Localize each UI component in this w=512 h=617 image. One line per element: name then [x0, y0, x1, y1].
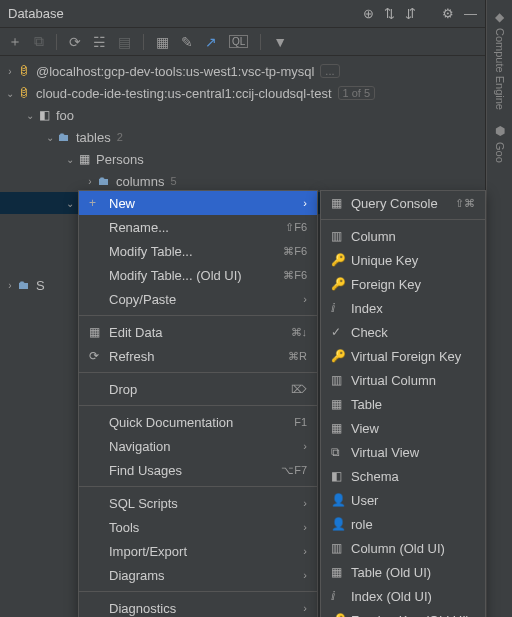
filter-icon[interactable]: ⇵	[405, 6, 416, 21]
chevron-down-icon[interactable]: ⌄	[44, 132, 56, 143]
menu-item-label: Virtual Foreign Key	[351, 349, 475, 364]
copy-icon[interactable]: ⧉	[34, 33, 44, 50]
refresh-icon[interactable]: ⟳	[69, 34, 81, 50]
datasource-row[interactable]: ⌄ 🛢 cloud-code-ide-testing:us-central1:c…	[0, 82, 485, 104]
table-row[interactable]: ⌄ ▦ Persons	[0, 148, 485, 170]
menu-item[interactable]: Modify Table...⌘F6	[79, 239, 317, 263]
google-label[interactable]: Goo	[494, 142, 506, 163]
menu-item-icon: ⧉	[331, 445, 351, 459]
chevron-right-icon[interactable]: ›	[84, 176, 96, 187]
menu-item[interactable]: Import/Export›	[79, 539, 317, 563]
menu-item[interactable]: ▦Table	[321, 392, 485, 416]
sql-icon[interactable]: QL	[229, 35, 248, 48]
menu-item[interactable]: Find Usages⌥F7	[79, 458, 317, 482]
menu-item-label: Index (Old UI)	[351, 589, 475, 604]
stop-icon[interactable]: ▤	[118, 34, 131, 50]
toolbar: ＋ ⧉ ⟳ ☵ ▤ ▦ ✎ ↗ QL ▼	[0, 28, 485, 56]
folder-icon: 🖿	[96, 174, 112, 188]
menu-item-icon: 👤	[331, 493, 351, 507]
menu-item[interactable]: SQL Scripts›	[79, 491, 317, 515]
menu-item-label: Foreign Key (Old UI)	[351, 613, 475, 618]
edit-icon[interactable]: ✎	[181, 34, 193, 50]
menu-item-icon: ▦	[89, 325, 109, 339]
menu-item-label: Index	[351, 301, 475, 316]
menu-item-shortcut: ⇧⌘	[455, 197, 475, 210]
google-icon[interactable]: ⬢	[495, 124, 505, 138]
menu-item[interactable]: Diagnostics›	[79, 596, 317, 617]
menu-item-shortcut: ›	[303, 602, 307, 614]
menu-item-icon: ◧	[331, 469, 351, 483]
menu-item-icon: ▦	[331, 421, 351, 435]
menu-item[interactable]: 👤User	[321, 488, 485, 512]
chevron-down-icon[interactable]: ⌄	[4, 88, 16, 99]
menu-item-label: Import/Export	[109, 544, 303, 559]
menu-item-label: Edit Data	[109, 325, 291, 340]
menu-item-shortcut: ⌥F7	[281, 464, 307, 477]
menu-item[interactable]: ✓Check	[321, 320, 485, 344]
menu-item-icon: ▥	[331, 373, 351, 387]
menu-item[interactable]: 🔑Virtual Foreign Key	[321, 344, 485, 368]
chevron-right-icon[interactable]: ›	[4, 280, 16, 291]
separator	[56, 34, 57, 50]
filter2-icon[interactable]: ☵	[93, 34, 106, 50]
menu-item[interactable]: Diagrams›	[79, 563, 317, 587]
menu-item[interactable]: Quick DocumentationF1	[79, 410, 317, 434]
menu-item[interactable]: ▥Column	[321, 224, 485, 248]
menu-item[interactable]: Rename...⇧F6	[79, 215, 317, 239]
menu-item-label: Diagrams	[109, 568, 303, 583]
menu-item[interactable]: ▦Table (Old UI)	[321, 560, 485, 584]
menu-item[interactable]: ▦Edit Data⌘↓	[79, 320, 317, 344]
menu-item[interactable]: ⅈIndex (Old UI)	[321, 584, 485, 608]
schema-icon: ◧	[36, 108, 52, 122]
menu-item[interactable]: ▦Query Console⇧⌘	[321, 191, 485, 215]
menu-item[interactable]: ▥Column (Old UI)	[321, 536, 485, 560]
schema-label: foo	[56, 108, 74, 123]
menu-item[interactable]: Drop⌦	[79, 377, 317, 401]
menu-item[interactable]: ◧Schema	[321, 464, 485, 488]
menu-item-label: Virtual Column	[351, 373, 475, 388]
menu-item[interactable]: ⅈIndex	[321, 296, 485, 320]
gear-icon[interactable]: ⚙	[442, 6, 454, 21]
context-menu: +New›Rename...⇧F6Modify Table...⌘F6Modif…	[78, 190, 318, 617]
menu-item-icon: ⅈ	[331, 589, 351, 603]
compute-engine-label[interactable]: Compute Engine	[494, 28, 506, 110]
menu-item-label: Refresh	[109, 349, 288, 364]
menu-item[interactable]: 🔑Foreign Key (Old UI)	[321, 608, 485, 617]
menu-item-icon: ✓	[331, 325, 351, 339]
menu-item[interactable]: ▥Virtual Column	[321, 368, 485, 392]
compute-engine-icon[interactable]: ◆	[495, 10, 504, 24]
menu-item[interactable]: ▦View	[321, 416, 485, 440]
menu-item[interactable]: 🔑Unique Key	[321, 248, 485, 272]
menu-item[interactable]: 🔑Foreign Key	[321, 272, 485, 296]
menu-item[interactable]: Modify Table... (Old UI)⌘F6	[79, 263, 317, 287]
separator	[143, 34, 144, 50]
datasource-row[interactable]: › 🛢 @localhost:gcp-dev-tools:us-west1:vs…	[0, 60, 485, 82]
schema-row[interactable]: ⌄ ◧ foo	[0, 104, 485, 126]
menu-item[interactable]: +New›	[79, 191, 317, 215]
chevron-down-icon[interactable]: ⌄	[64, 198, 76, 209]
menu-item[interactable]: Copy/Paste›	[79, 287, 317, 311]
menu-item[interactable]: ⧉Virtual View	[321, 440, 485, 464]
folder-icon: 🖿	[56, 130, 72, 144]
menu-item-shortcut: ›	[303, 497, 307, 509]
chevron-down-icon[interactable]: ⌄	[64, 154, 76, 165]
tables-row[interactable]: ⌄ 🖿 tables 2	[0, 126, 485, 148]
chevron-right-icon[interactable]: ›	[4, 66, 16, 77]
expand-icon[interactable]: ⇅	[384, 6, 395, 21]
menu-item[interactable]: Navigation›	[79, 434, 317, 458]
minimize-icon[interactable]: —	[464, 6, 477, 21]
menu-item[interactable]: 👤role	[321, 512, 485, 536]
columns-row[interactable]: › 🖿 columns 5	[0, 170, 485, 192]
menu-item[interactable]: Tools›	[79, 515, 317, 539]
menu-item-label: View	[351, 421, 475, 436]
menu-item[interactable]: ⟳Refresh⌘R	[79, 344, 317, 368]
funnel-icon[interactable]: ▼	[273, 34, 287, 50]
add-icon[interactable]: ＋	[8, 33, 22, 51]
menu-item-label: Drop	[109, 382, 291, 397]
ds1-badge: ...	[320, 64, 339, 78]
collapse-icon[interactable]: ⊕	[363, 6, 374, 21]
jump-icon[interactable]: ↗	[205, 34, 217, 50]
chevron-down-icon[interactable]: ⌄	[24, 110, 36, 121]
table-icon[interactable]: ▦	[156, 34, 169, 50]
menu-item-shortcut: ⌘F6	[283, 245, 307, 258]
